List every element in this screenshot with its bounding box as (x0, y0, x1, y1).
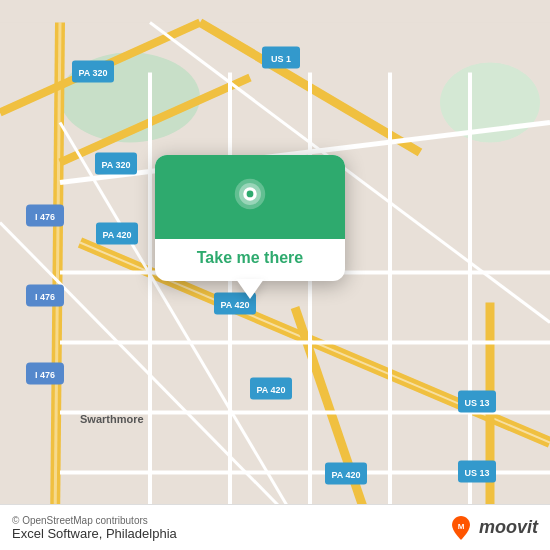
svg-text:US 13: US 13 (464, 398, 489, 408)
svg-text:PA 420: PA 420 (220, 300, 249, 310)
popup-card-top (155, 155, 345, 239)
svg-text:PA 320: PA 320 (101, 160, 130, 170)
svg-text:PA 420: PA 420 (331, 470, 360, 480)
osm-credit: © OpenStreetMap contributors (12, 515, 177, 526)
moovit-text: moovit (479, 517, 538, 538)
svg-text:PA 320: PA 320 (78, 68, 107, 78)
svg-text:PA 420: PA 420 (102, 230, 131, 240)
moovit-brand-icon: M (447, 514, 475, 542)
popup-card: Take me there (155, 155, 345, 281)
svg-point-53 (247, 191, 254, 198)
moovit-logo: M moovit (447, 514, 538, 542)
svg-text:US 13: US 13 (464, 468, 489, 478)
svg-text:Swarthmore: Swarthmore (80, 413, 144, 425)
popup-card-bottom: Take me there (155, 239, 345, 281)
location-title: Excel Software, Philadelphia (12, 526, 177, 541)
popup-tail (236, 279, 264, 299)
svg-text:I 476: I 476 (35, 292, 55, 302)
footer-bar: © OpenStreetMap contributors Excel Softw… (0, 504, 550, 550)
svg-text:US 1: US 1 (271, 54, 291, 64)
map-container: I 476 I 476 I 476 PA 320 PA 320 US 1 PA … (0, 0, 550, 550)
svg-text:I 476: I 476 (35, 212, 55, 222)
svg-text:M: M (458, 522, 465, 531)
take-me-there-button[interactable]: Take me there (197, 249, 303, 267)
svg-text:I 476: I 476 (35, 370, 55, 380)
location-pin-icon (228, 177, 272, 221)
svg-text:PA 420: PA 420 (256, 385, 285, 395)
footer-left: © OpenStreetMap contributors Excel Softw… (12, 515, 177, 541)
